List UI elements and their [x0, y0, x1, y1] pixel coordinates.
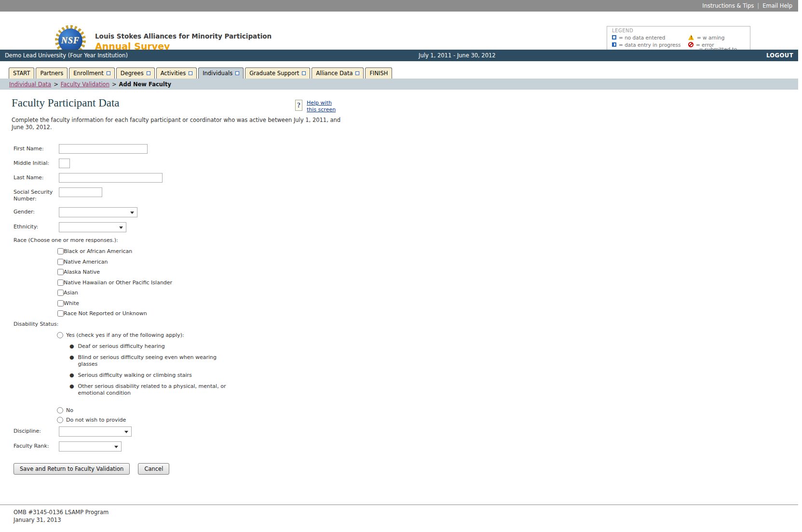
race-checkbox[interactable]: [57, 310, 64, 317]
header: NSF Louis Stokes Alliances for Minority …: [0, 12, 798, 50]
status-square-icon: [189, 71, 192, 75]
disability-dnw-radio[interactable]: [57, 417, 63, 423]
legend-item: = w arning: [688, 34, 747, 41]
faculty-rank-select[interactable]: [59, 441, 122, 452]
page-description: Complete the faculty information for eac…: [12, 117, 349, 131]
gender-select[interactable]: [59, 207, 137, 217]
disability-no-radio[interactable]: [57, 407, 63, 413]
bullet-icon: ●: [69, 343, 74, 350]
gender-label: Gender:: [14, 207, 59, 215]
disability-detail-text: Deaf or serious difficulty hearing: [78, 343, 165, 350]
middle-initial-row: Middle Initial:: [12, 159, 798, 168]
race-option-black[interactable]: Black or African American: [57, 248, 798, 254]
email-help-link[interactable]: Email Help: [762, 2, 792, 9]
form-buttons: Save and Return to Faculty Validation Ca…: [12, 463, 798, 475]
race-checkbox[interactable]: [57, 279, 64, 286]
race-option-white[interactable]: White: [57, 300, 798, 306]
legend-label: = no data entered: [619, 35, 665, 40]
first-name-input[interactable]: [59, 144, 148, 154]
ssn-row: Social Security Number:: [12, 187, 798, 202]
tab-activities[interactable]: Activities: [156, 67, 197, 79]
bullet-icon: ●: [69, 383, 74, 397]
first-name-label: First Name:: [14, 144, 59, 152]
half-square-icon: [612, 42, 616, 47]
ssn-label: Social Security Number:: [14, 187, 59, 202]
tab-label: START: [13, 70, 30, 77]
instructions-tips-link[interactable]: Instructions & Tips: [702, 2, 754, 9]
first-name-row: First Name:: [12, 144, 798, 154]
tab-individuals[interactable]: Individuals: [198, 67, 244, 79]
top-utility-bar: Instructions & Tips | Email Help: [0, 0, 798, 12]
topbar-separator: |: [757, 2, 759, 9]
logout-link[interactable]: LOGOUT: [766, 52, 793, 59]
last-name-label: Last Name:: [14, 173, 59, 181]
tab-label: Graduate Support: [249, 70, 299, 77]
disability-yes-label: Yes (check yes if any of the following a…: [66, 332, 184, 338]
bullet-icon: ●: [69, 372, 74, 379]
warning-icon: [688, 35, 694, 40]
race-checkbox[interactable]: [57, 300, 64, 306]
main-content: Faculty Participant Data ? Help with thi…: [0, 97, 798, 475]
race-option-not-reported[interactable]: Race Not Reported or Unknown: [57, 310, 798, 317]
race-option-asian[interactable]: Asian: [57, 290, 798, 296]
cancel-button[interactable]: Cancel: [138, 463, 169, 475]
disability-detail-text: Serious difficulty walking or climbing s…: [78, 372, 192, 379]
race-option-alaska-native[interactable]: Alaska Native: [57, 269, 798, 275]
tab-graduate-support[interactable]: Graduate Support: [245, 67, 310, 79]
race-option-native-american[interactable]: Native American: [57, 259, 798, 265]
race-option-label: Alaska Native: [64, 269, 100, 275]
last-name-input[interactable]: [59, 173, 163, 183]
bullet-icon: ●: [69, 354, 74, 368]
brand-titles: Louis Stokes Alliances for Minority Part…: [95, 32, 272, 52]
race-checkbox[interactable]: [57, 248, 64, 254]
race-checkbox[interactable]: [57, 290, 64, 296]
tab-partners[interactable]: Partners: [36, 67, 68, 79]
discipline-select[interactable]: [59, 426, 132, 437]
race-option-hawaiian-pacific[interactable]: Native Hawaiian or Other Pacific Islande…: [57, 279, 798, 286]
disability-dnw-option[interactable]: Do not wish to provide: [57, 417, 798, 423]
disability-detail-item: ● Serious difficulty walking or climbing…: [69, 372, 229, 379]
disability-no-option[interactable]: No: [57, 407, 798, 413]
disability-yes-radio[interactable]: [57, 332, 63, 338]
disability-yes-details: ● Deaf or serious difficulty hearing ● B…: [69, 343, 229, 397]
ethnicity-row: Ethnicity:: [12, 222, 798, 232]
institution-name: Demo Lead University (Four Year Institut…: [5, 52, 128, 59]
status-square-icon: [302, 71, 306, 75]
race-option-label: Race Not Reported or Unknown: [64, 310, 147, 317]
tab-label: Degrees: [121, 70, 144, 77]
middle-initial-input[interactable]: [59, 159, 70, 168]
legend-label: = data entry in progress: [619, 42, 680, 48]
ssn-input[interactable]: [59, 187, 102, 197]
tab-label: Activities: [161, 70, 186, 77]
tab-degrees[interactable]: Degrees: [116, 67, 155, 79]
tab-label: Individuals: [203, 70, 232, 77]
faculty-rank-label: Faculty Rank:: [14, 441, 59, 450]
tab-label: Alliance Data: [316, 70, 353, 77]
race-option-label: Native Hawaiian or Other Pacific Islande…: [64, 279, 172, 286]
breadcrumb: Individual Data > Faculty Validation > A…: [0, 79, 798, 90]
race-option-label: White: [64, 300, 79, 306]
tab-enrollment[interactable]: Enrollment: [69, 67, 115, 79]
program-title: Louis Stokes Alliances for Minority Part…: [95, 32, 272, 40]
help-block: ? Help with this screen: [295, 100, 337, 113]
status-square-icon: [107, 71, 110, 75]
breadcrumb-faculty-validation-link[interactable]: Faculty Validation: [61, 81, 109, 88]
tab-alliance-data[interactable]: Alliance Data: [312, 67, 364, 79]
breadcrumb-individual-data-link[interactable]: Individual Data: [9, 81, 51, 88]
race-checkbox[interactable]: [57, 269, 64, 275]
disability-dnw-label: Do not wish to provide: [66, 417, 126, 423]
tab-finish[interactable]: FINISH: [365, 67, 392, 79]
ethnicity-select[interactable]: [59, 222, 126, 232]
institution-bar: Demo Lead University (Four Year Institut…: [0, 50, 798, 61]
help-question-icon[interactable]: ?: [295, 100, 302, 111]
disability-options: Yes (check yes if any of the following a…: [57, 332, 798, 423]
footer-omb-line: OMB #3145-0136 LSAMP Program: [14, 508, 798, 516]
tab-start[interactable]: START: [9, 67, 34, 79]
reporting-period: July 1, 2011 - June 30, 2012: [419, 52, 496, 59]
page-title: Faculty Participant Data: [12, 97, 798, 109]
disability-yes-option[interactable]: Yes (check yes if any of the following a…: [57, 332, 798, 338]
page: Instructions & Tips | Email Help NSF Lou…: [0, 0, 798, 524]
help-with-screen-link[interactable]: Help with this screen: [307, 100, 337, 113]
save-return-button[interactable]: Save and Return to Faculty Validation: [14, 463, 130, 475]
race-checkbox[interactable]: [57, 259, 64, 265]
